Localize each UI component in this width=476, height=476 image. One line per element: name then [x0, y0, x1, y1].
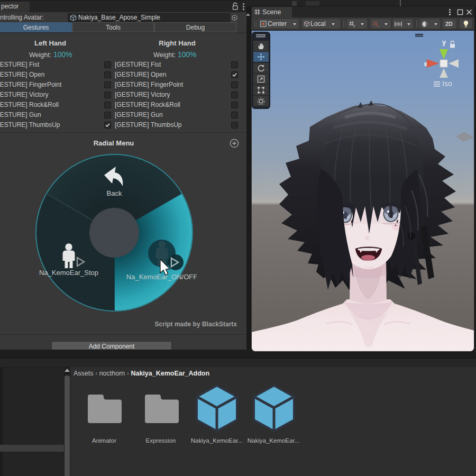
svg-text:Na_KemoEar_ON/OFF: Na_KemoEar_ON/OFF: [126, 273, 197, 281]
svg-text:y: y: [442, 38, 446, 46]
svg-text:Y: Y: [353, 24, 355, 28]
svg-text:Back: Back: [107, 189, 122, 197]
svg-text:Na_KemoEar_Stop: Na_KemoEar_Stop: [39, 269, 98, 277]
